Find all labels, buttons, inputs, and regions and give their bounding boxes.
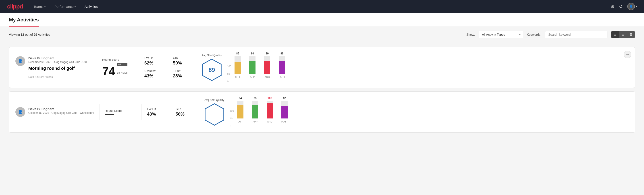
putt-bar-outer [282,100,288,118]
bar-col-app: 93 APP [250,96,261,123]
arg-label: ARG [267,120,272,123]
user-name: Dave Billingham [28,107,94,111]
app-bar-outer [252,100,258,118]
nav-activities[interactable]: Activities [84,3,99,10]
avatar: 👤 [627,3,635,10]
score-row: 74 +4 18 Holes [102,63,134,77]
compact-list-icon: ▤ [614,33,616,36]
one-putt-value: 28% [173,74,191,78]
navbar: clippd Teams ▾ Performance ▾ Activities … [0,0,644,13]
shot-quality-chart: 100 50 0 85 OTT [227,52,288,83]
updown-label: Up/Down [144,69,162,72]
compact-list-view-button[interactable]: ▤ [611,31,619,38]
person-icon: 👤 [629,5,633,8]
activity-type-select[interactable]: All Activity Types [479,31,523,38]
activity-card: 👤 Dave Billingham October 16, 2021 - Gog… [9,92,635,132]
arg-bar-outer [267,100,273,118]
nav-performance[interactable]: Performance ▾ [54,3,76,10]
chart-y-labels: 100 50 0 [230,110,234,128]
bar-col-app: 90 APP [247,52,258,78]
updown-value: 43% [144,74,162,78]
quality-hexagon [204,103,224,126]
viewing-count-text: Viewing 12 out of 29 Activities [9,33,463,36]
nav-teams[interactable]: Teams ▾ [33,3,46,10]
app-value: 93 [254,96,256,100]
round-score-value: 74 [102,65,115,77]
grid-view-button[interactable]: ⊞ [619,31,627,38]
person-icon: 👤 [18,110,23,114]
putt-bar-inner [279,61,285,74]
score-badge: +4 [117,63,128,66]
keywords-label: Keywords: [527,33,541,36]
avg-shot-quality-section: Avg Shot Quality 100 50 0 [204,96,628,128]
ott-bar-outer [237,100,244,118]
filter-bar: Viewing 12 out of 29 Activities Show: Al… [0,27,644,42]
user-chevron-icon: ▾ [636,5,637,8]
gir-label: GIR [173,56,191,60]
page-title: My Activities [9,17,39,26]
card-flex: 👤 Dave Billingham December 05, 2021 - Go… [16,52,628,83]
add-button[interactable]: ⊕ [611,4,614,9]
grid-icon: ⊞ [622,33,624,36]
edit-button[interactable]: ✏ [624,51,631,58]
ott-bar-outer [234,56,241,74]
app-bar-inner [249,61,256,74]
avg-shot-quality-label: Avg Shot Quality [204,98,224,102]
round-score-label: Round Score [102,58,134,61]
avg-shot-quality-section: Avg Shot Quality 89 100 50 0 [202,52,628,83]
chart-y-labels: 100 50 0 [227,65,231,83]
putt-label: PUTT [279,76,285,78]
fw-hit-label: FW Hit [144,56,162,60]
person-icon: 👤 [18,59,23,64]
ott-label: OTT [238,120,243,123]
section-divider [139,60,139,75]
fw-gir-stats: FW Hit 43% GIR 56% [147,107,194,117]
ott-value: 94 [239,96,242,100]
avg-shot-quality-label: Avg Shot Quality [202,54,222,57]
list-view-button[interactable]: ☰ [627,31,635,38]
app-value: 90 [251,52,254,55]
app-label: APP [252,120,258,123]
gir-value: 50% [173,60,191,66]
arg-bar-inner [267,103,273,118]
ott-bar-inner [237,105,244,118]
quality-score: 89 [209,66,215,74]
gir-value: 56% [176,112,194,117]
putt-bar-inner [282,106,288,118]
shot-quality-chart: 100 50 0 94 OTT [230,96,290,128]
chart-area: 100 50 0 94 OTT [230,96,290,128]
bar-col-putt: 89 PUTT [276,52,288,78]
quality-hexagon: 89 [202,59,222,81]
one-putt-stat: 1 Putt 28% [173,69,191,78]
search-input[interactable] [545,31,608,38]
app-bar-inner [252,105,258,118]
arg-bar-outer [264,56,270,74]
putt-value: 87 [283,96,286,100]
user-menu-button[interactable]: 👤 ▾ [627,3,637,10]
section-divider [142,104,142,120]
ott-label: OTT [235,76,240,78]
section-divider [99,104,100,120]
activity-type-select-wrapper: All Activity Types ▾ [479,31,523,38]
activities-content: ✏ 👤 Dave Billingham December 05, 2021 - … [0,42,644,140]
fw-gir-stats: FW Hit 62% Up/Down 43% GIR 50% 1 Putt [144,56,191,78]
user-section: 👤 Dave Billingham December 05, 2021 - Go… [16,56,91,78]
app-label: APP [250,76,255,78]
refresh-button[interactable]: ↺ [619,4,623,9]
user-section: 👤 Dave Billingham October 16, 2021 - Gog… [16,107,94,117]
bar-col-ott: 94 OTT [235,96,246,123]
logo[interactable]: clippd [7,3,23,10]
activity-date: December 05, 2021 - Gog Magog Golf Club … [28,60,91,64]
gir-stat: GIR 56% [176,107,194,117]
ott-value: 85 [236,52,239,55]
performance-chevron-icon: ▾ [74,5,76,8]
round-score-value [105,114,114,115]
activity-date: October 16, 2021 - Gog Magog Golf Club -… [28,111,94,114]
score-row [105,114,136,115]
fw-hit-stat: FW Hit 62% [144,56,162,66]
bar-col-putt: 87 PUTT [279,96,290,123]
bar-chart: 85 OTT 90 [232,52,288,83]
holes-label: 18 Holes [117,71,128,74]
gir-stat: GIR 50% [173,56,191,66]
show-label: Show: [466,33,475,36]
